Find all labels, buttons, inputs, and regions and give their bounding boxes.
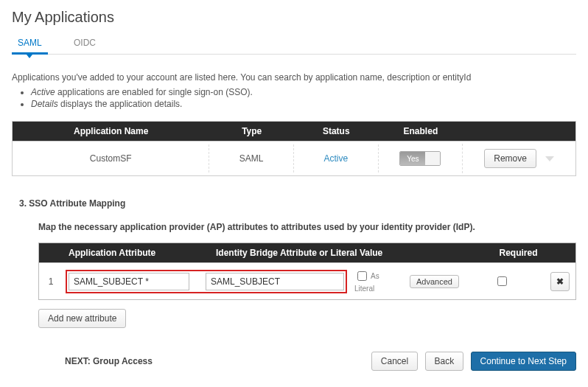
attribute-mapping-table: Application Attribute Identity Bridge At… <box>38 243 576 300</box>
cell-enabled: Yes <box>379 144 463 173</box>
cell-actions: Remove <box>463 142 575 175</box>
header-identity-value: Identity Bridge Attribute or Literal Val… <box>210 243 491 262</box>
toggle-off-side <box>425 152 440 165</box>
section-title: 3. SSO Attribute Mapping <box>19 198 576 209</box>
delete-cell: ✖ <box>546 271 575 293</box>
cell-status[interactable]: Active <box>294 144 379 172</box>
intro-bullet-details: Details displays the application details… <box>31 99 576 109</box>
attribute-row: 1 As Literal Advanced <box>39 262 575 299</box>
row-index: 1 <box>39 275 63 288</box>
add-new-attribute-button[interactable]: Add new attribute <box>38 309 126 328</box>
as-literal-cell: As Literal <box>350 268 405 295</box>
attribute-table-header: Application Attribute Identity Bridge At… <box>39 243 575 262</box>
header-delete <box>546 248 575 257</box>
advanced-cell: Advanced <box>405 273 457 290</box>
tab-oidc[interactable]: OIDC <box>68 33 102 54</box>
back-button[interactable]: Back <box>425 352 464 371</box>
header-actions <box>463 122 575 141</box>
remove-button[interactable]: Remove <box>484 149 536 168</box>
application-attribute-input[interactable] <box>69 273 189 290</box>
header-required: Required <box>491 243 546 262</box>
advanced-button[interactable]: Advanced <box>410 275 459 288</box>
intro-bullet-rest: applications are enabled for single sign… <box>55 87 253 97</box>
applications-table-header: Application Name Type Status Enabled <box>13 122 575 141</box>
intro-bullet-rest: displays the application details. <box>58 99 183 109</box>
tabs: SAML OIDC <box>12 33 576 55</box>
intro-text: Applications you've added to your accoun… <box>12 72 576 83</box>
next-step-label: NEXT: Group Access <box>65 356 153 366</box>
header-type: Type <box>209 122 294 141</box>
cell-type: SAML <box>209 144 294 172</box>
header-app-attribute: Application Attribute <box>63 243 210 262</box>
required-checkbox[interactable] <box>497 276 507 286</box>
toggle-yes-label: Yes <box>400 152 425 165</box>
intro-bullets: Active applications are enabled for sing… <box>12 87 576 109</box>
applications-table: Application Name Type Status Enabled Cus… <box>12 121 576 176</box>
as-literal-checkbox[interactable] <box>357 271 367 281</box>
section-description: Map the necessary application provider (… <box>38 222 576 232</box>
header-app-name: Application Name <box>13 122 209 141</box>
intro-bullet-em: Details <box>31 99 58 109</box>
page-title: My Applications <box>12 9 576 26</box>
close-icon: ✖ <box>556 276 564 287</box>
cancel-button[interactable]: Cancel <box>371 352 418 371</box>
delete-row-button[interactable]: ✖ <box>550 272 570 291</box>
table-row: CustomSF SAML Active Yes Remove <box>13 141 575 175</box>
highlighted-inputs <box>66 270 347 293</box>
header-enabled: Enabled <box>379 122 463 141</box>
identity-attribute-input[interactable] <box>206 273 344 290</box>
intro-bullet-em: Active <box>31 87 55 97</box>
header-status: Status <box>294 122 379 141</box>
expand-row-icon[interactable] <box>545 156 554 161</box>
header-idx <box>39 248 63 257</box>
enabled-toggle[interactable]: Yes <box>399 151 441 166</box>
required-cell <box>457 273 546 290</box>
cell-app-name: CustomSF <box>13 144 209 172</box>
tab-saml[interactable]: SAML <box>12 33 48 54</box>
intro-bullet-active: Active applications are enabled for sing… <box>31 87 576 97</box>
continue-button[interactable]: Continue to Next Step <box>471 352 576 371</box>
